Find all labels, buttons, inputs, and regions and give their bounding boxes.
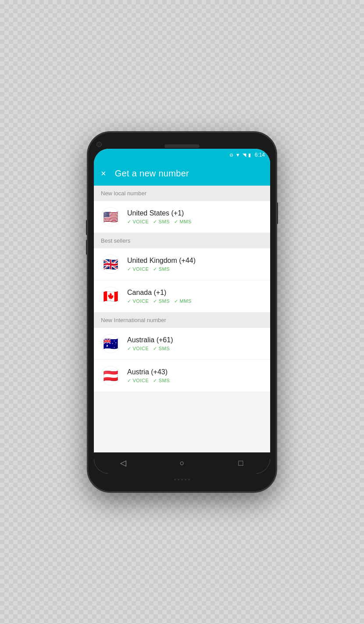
list-item-ca[interactable]: 🇨🇦 Canada (+1) ✓ VOICE ✓ SMS ✓: [94, 280, 270, 312]
status-time: 6:14: [255, 152, 265, 158]
list-item-au[interactable]: 🇦🇺 Australia (+61) ✓ VOICE ✓ SMS: [94, 328, 270, 360]
bottom-nav: ◁ ○ □: [94, 452, 270, 473]
feature-sms-at: ✓ SMS: [153, 378, 170, 384]
item-info-au: Australia (+61) ✓ VOICE ✓ SMS: [127, 336, 263, 351]
recent-button[interactable]: □: [232, 454, 250, 472]
list-item-us[interactable]: 🇺🇸 United States (+1) ✓ VOICE ✓ SMS: [94, 201, 270, 233]
country-name-us: United States (+1): [127, 209, 263, 217]
country-name-au: Australia (+61): [127, 336, 263, 344]
country-name-at: Austria (+43): [127, 368, 263, 376]
item-info-ca: Canada (+1) ✓ VOICE ✓ SMS ✓ MMS: [127, 289, 263, 304]
flag-au: 🇦🇺: [101, 334, 120, 353]
feature-sms-uk: ✓ SMS: [153, 266, 170, 272]
feature-voice-uk: ✓ VOICE: [127, 266, 149, 272]
screen-title: Get a new number: [115, 169, 189, 179]
features-ca: ✓ VOICE ✓ SMS ✓ MMS: [127, 298, 263, 304]
content-area: New local number 🇺🇸 United States (+1) ✓…: [94, 186, 270, 452]
list-item-at[interactable]: 🇦🇹 Austria (+43) ✓ VOICE ✓ SMS: [94, 360, 270, 391]
feature-mms-ca: ✓ MMS: [174, 298, 192, 304]
section-header-new-local: New local number: [94, 186, 270, 201]
feature-mms-us: ✓ MMS: [174, 219, 192, 225]
close-button[interactable]: ×: [101, 169, 106, 178]
volume-up-button[interactable]: [86, 220, 88, 235]
status-icons: ⊖ ▼ ◥ ▮ 6:14: [229, 152, 265, 158]
app-bar: × Get a new number: [94, 161, 270, 186]
feature-voice-au: ✓ VOICE: [127, 346, 149, 351]
home-button[interactable]: ○: [173, 454, 191, 472]
flag-uk: 🇬🇧: [101, 255, 120, 274]
signal-icon: ⊖: [229, 152, 233, 158]
feature-voice-us: ✓ VOICE: [127, 219, 149, 225]
status-bar: ⊖ ▼ ◥ ▮ 6:14: [94, 149, 270, 161]
feature-sms-us: ✓ SMS: [153, 219, 170, 225]
features-uk: ✓ VOICE ✓ SMS: [127, 266, 263, 272]
flag-us: 🇺🇸: [101, 207, 120, 226]
phone-device: ⊖ ▼ ◥ ▮ 6:14 × Get a new number New loca…: [88, 132, 276, 492]
feature-sms-ca: ✓ SMS: [153, 298, 170, 304]
network-icon: ◥: [243, 152, 246, 158]
wifi-icon: ▼: [236, 152, 240, 158]
country-name-uk: United Kingdom (+44): [127, 257, 263, 265]
front-camera: [96, 142, 102, 147]
features-us: ✓ VOICE ✓ SMS ✓ MMS: [127, 219, 263, 225]
feature-voice-at: ✓ VOICE: [127, 378, 149, 384]
feature-voice-ca: ✓ VOICE: [127, 298, 149, 304]
phone-screen: ⊖ ▼ ◥ ▮ 6:14 × Get a new number New loca…: [94, 149, 270, 473]
list-item-uk[interactable]: 🇬🇧 United Kingdom (+44) ✓ VOICE ✓ SMS: [94, 248, 270, 280]
features-au: ✓ VOICE ✓ SMS: [127, 346, 263, 351]
country-name-ca: Canada (+1): [127, 289, 263, 297]
flag-at: 🇦🇹: [101, 366, 120, 385]
feature-sms-au: ✓ SMS: [153, 346, 170, 351]
section-header-best-sellers: Best sellers: [94, 233, 270, 248]
bottom-speaker: [94, 475, 270, 484]
battery-icon: ▮: [248, 152, 251, 158]
volume-down-button[interactable]: [86, 240, 88, 255]
item-info-us: United States (+1) ✓ VOICE ✓ SMS ✓ MMS: [127, 209, 263, 225]
item-info-uk: United Kingdom (+44) ✓ VOICE ✓ SMS: [127, 257, 263, 272]
back-button[interactable]: ◁: [114, 454, 132, 472]
item-info-at: Austria (+43) ✓ VOICE ✓ SMS: [127, 368, 263, 384]
features-at: ✓ VOICE ✓ SMS: [127, 378, 263, 384]
section-header-international: New International number: [94, 312, 270, 328]
flag-ca: 🇨🇦: [101, 287, 120, 306]
